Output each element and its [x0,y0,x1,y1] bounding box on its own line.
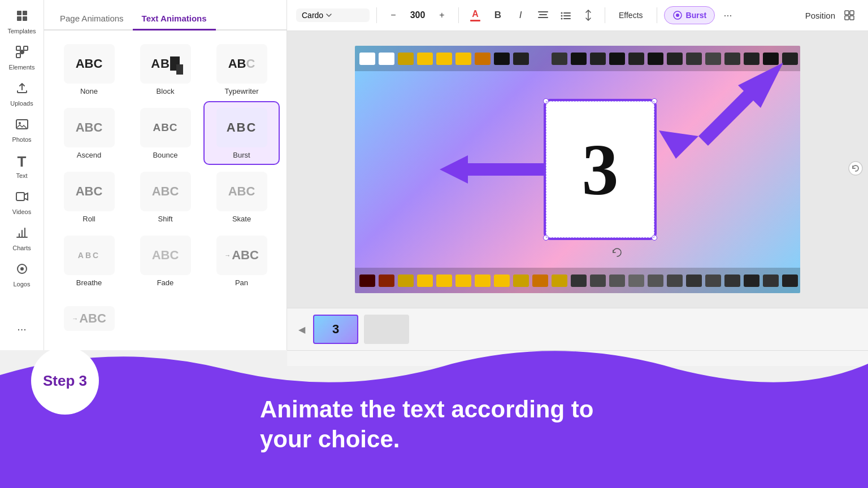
font-color-button[interactable]: A [466,6,485,25]
effects-button[interactable]: Effects [612,8,650,22]
anim-grid: ABC None ABC Block ABC Typewriter [44,30,287,299]
burst-icon [672,10,683,20]
film-hole [744,274,760,287]
anim-item-bounce[interactable]: ABC Bounce [127,101,203,165]
sidebar-item-text[interactable]: T Text [2,149,42,183]
tab-text-animations[interactable]: Text Animations [133,8,216,30]
burst-active-button[interactable]: Burst [664,6,715,24]
refresh-button[interactable] [848,160,863,178]
font-selector[interactable]: Cardo [296,8,370,22]
position-label[interactable]: Position [805,11,835,20]
anim-preview-pan: → ABC [216,236,267,275]
bold-button[interactable]: B [488,6,507,25]
sidebar-item-uploads[interactable]: Uploads [2,77,42,111]
film-hole [455,53,471,65]
anim-item-shift[interactable]: ABC Shift [127,165,203,229]
font-size-decrease-button[interactable]: − [384,6,403,25]
sidebar-item-templates[interactable]: Templates [2,5,42,38]
font-size-increase-button[interactable]: + [432,6,452,25]
svg-rect-10 [16,193,24,201]
burst-label: Burst [686,11,707,20]
anim-item-fade[interactable]: ABC Fade [127,229,203,293]
grid-view-button[interactable] [840,6,859,25]
svg-marker-30 [440,155,468,184]
align-button[interactable] [533,6,553,25]
film-hole [436,53,452,65]
divider-1 [376,7,377,23]
more-dots-icon: ··· [724,10,732,21]
uploads-icon [15,81,29,98]
font-name: Cardo [302,11,323,20]
anim-label-shift: Shift [158,215,172,223]
film-hole [359,274,375,287]
anim-item-skate[interactable]: ABC Skate [203,165,280,229]
film-hole [609,53,625,65]
sidebar-item-text-label: Text [16,172,27,179]
logos-icon [15,262,29,279]
anim-item-none[interactable]: ABC None [51,37,127,101]
anim-preview-typewriter: ABC [216,44,267,84]
center-card[interactable]: 3 [544,99,657,240]
film-hole [475,274,491,287]
anim-label-burst: Burst [233,151,250,159]
sidebar-item-charts[interactable]: Charts [2,221,42,255]
film-holes-bottom [355,268,800,293]
anim-item-ascend[interactable]: ABC Ascend [51,101,127,165]
divider-3 [605,7,605,23]
film-hole [609,274,625,287]
anim-item-burst[interactable]: ABC Burst [203,101,280,165]
grid-icon [844,10,855,21]
anim-label-typewriter: Typewriter [225,87,259,95]
sidebar-item-logos[interactable]: Logos [2,258,42,291]
anim-item-typewriter[interactable]: ABC Typewriter [203,37,280,101]
anim-preview-breathe: ABC [64,236,115,275]
templates-icon [15,9,29,26]
canvas-number: 3 [582,133,619,206]
photos-icon [15,117,29,134]
text-icon: T [18,153,27,171]
sidebar-item-elements[interactable]: Elements [2,41,42,75]
sidebar-item-logos-label: Logos [14,281,31,287]
svg-rect-2 [17,16,21,21]
film-hole [782,53,798,65]
tab-page-animations[interactable]: Page Animations [51,8,133,30]
rotate-handle[interactable] [611,247,623,260]
anim-preview-none: ABC [64,44,115,84]
svg-marker-34 [659,130,698,159]
color-a-icon: A [472,9,479,19]
sidebar-item-videos[interactable]: Videos [2,185,42,219]
film-hole [436,274,452,287]
list-button[interactable] [556,6,575,25]
bottom-section: Step 3 Animate the text according to you… [0,330,868,488]
svg-point-16 [561,12,563,14]
main-layout: Templates Elements Uploads [0,0,868,488]
anim-item-block[interactable]: ABC Block [127,37,203,101]
svg-rect-27 [845,16,849,20]
anim-preview-rise: → ABC [64,306,115,331]
canvas-frame: 3 [355,46,800,293]
film-hole [686,274,702,287]
selection-handle-bl [543,235,549,241]
film-hole [763,274,779,287]
spacing-button[interactable] [579,6,598,25]
sidebar-item-charts-label: Charts [12,245,31,251]
svg-point-18 [561,15,563,17]
italic-button[interactable]: I [511,6,530,25]
film-hole [494,274,510,287]
anim-item-pan[interactable]: → ABC Pan [203,229,280,293]
divider-2 [458,7,459,23]
anim-item-roll[interactable]: ABC Roll [51,165,127,229]
film-hole [513,274,529,287]
film-hole [417,53,433,65]
svg-rect-3 [23,16,27,21]
film-hole [648,274,663,287]
sidebar-item-photos[interactable]: Photos [2,113,42,147]
step-circle: Step 3 [31,347,99,415]
film-hole [571,53,587,65]
selection-handle-tl [543,98,549,104]
anim-label-ascend: Ascend [77,151,101,159]
svg-rect-1 [23,11,27,15]
anim-item-breathe[interactable]: ABC Breathe [51,229,127,293]
film-hole [417,274,433,287]
more-options-button[interactable]: ··· [718,6,737,25]
